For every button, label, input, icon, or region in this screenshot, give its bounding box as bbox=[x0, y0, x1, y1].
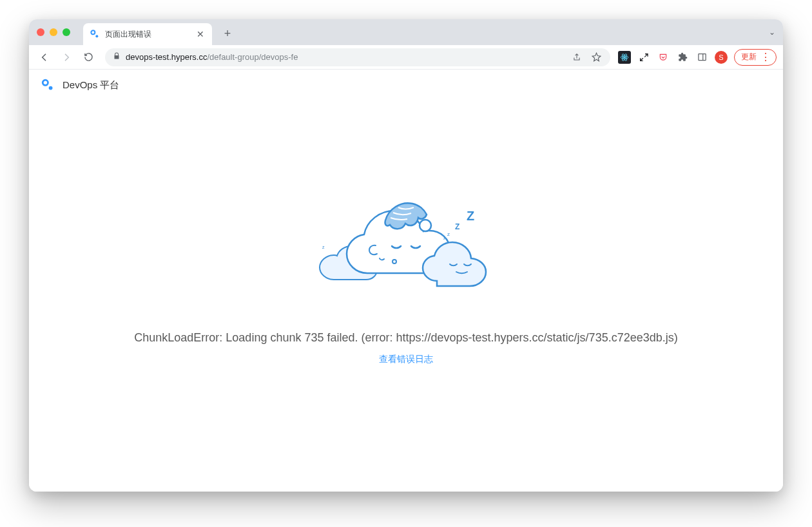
url-text: devops-test.hypers.cc/default-group/devo… bbox=[126, 52, 298, 62]
error-message: ChunkLoadError: Loading chunk 735 failed… bbox=[108, 331, 703, 345]
expand-extension-icon[interactable] bbox=[637, 51, 650, 64]
side-panel-icon[interactable] bbox=[695, 51, 708, 64]
brand-logo-icon bbox=[41, 78, 55, 92]
svg-text:z: z bbox=[322, 245, 325, 249]
browser-toolbar: devops-test.hypers.cc/default-group/devo… bbox=[29, 45, 783, 70]
back-button[interactable] bbox=[35, 48, 53, 66]
update-button[interactable]: 更新 ⋮ bbox=[734, 49, 777, 66]
lock-icon bbox=[113, 52, 121, 62]
pocket-extension-icon[interactable] bbox=[657, 51, 670, 64]
minimize-window-button[interactable] bbox=[50, 28, 57, 36]
browser-tab[interactable]: 页面出现错误 ✕ bbox=[83, 23, 212, 45]
address-bar[interactable]: devops-test.hypers.cc/default-group/devo… bbox=[105, 48, 610, 66]
menu-kebab-icon[interactable]: ⋮ bbox=[760, 51, 771, 63]
tab-strip: 页面出现错误 ✕ + ⌄ bbox=[29, 19, 783, 45]
react-devtools-extension-icon[interactable] bbox=[618, 51, 631, 64]
url-host: devops-test.hypers.cc bbox=[126, 52, 207, 62]
tab-close-button[interactable]: ✕ bbox=[195, 29, 206, 39]
url-path: /default-group/devops-fe bbox=[207, 52, 298, 62]
page-header: DevOps 平台 bbox=[29, 70, 783, 101]
share-icon[interactable] bbox=[570, 51, 583, 64]
svg-point-2 bbox=[624, 56, 625, 57]
forward-button[interactable] bbox=[57, 48, 75, 66]
window-controls bbox=[37, 28, 70, 36]
view-error-log-link[interactable]: 查看错误日志 bbox=[379, 354, 433, 365]
svg-text:z: z bbox=[443, 236, 445, 240]
new-tab-button[interactable]: + bbox=[218, 24, 237, 43]
profile-avatar[interactable]: S bbox=[715, 51, 728, 64]
svg-point-8 bbox=[43, 80, 48, 85]
page-content: DevOps 平台 bbox=[29, 70, 783, 492]
tab-list-dropdown-icon[interactable]: ⌄ bbox=[769, 28, 775, 37]
maximize-window-button[interactable] bbox=[63, 28, 70, 36]
browser-window: 页面出现错误 ✕ + ⌄ devops-test.hypers.cc/defau… bbox=[29, 19, 783, 492]
extensions-puzzle-icon[interactable] bbox=[676, 51, 689, 64]
error-panel: Z Z z z z ChunkLoadError: Loading chunk … bbox=[29, 101, 783, 365]
svg-text:Z: Z bbox=[467, 209, 474, 223]
reload-button[interactable] bbox=[79, 48, 97, 66]
svg-point-1 bbox=[95, 35, 98, 37]
svg-point-9 bbox=[49, 86, 53, 90]
svg-point-0 bbox=[91, 30, 95, 34]
svg-rect-6 bbox=[698, 54, 705, 61]
tab-title: 页面出现错误 bbox=[105, 29, 190, 40]
svg-text:Z: Z bbox=[455, 222, 459, 231]
update-label: 更新 bbox=[741, 52, 757, 62]
close-window-button[interactable] bbox=[37, 28, 44, 36]
svg-text:z: z bbox=[447, 231, 450, 237]
tab-favicon-icon bbox=[90, 29, 100, 39]
avatar-initial: S bbox=[719, 53, 723, 61]
brand-title: DevOps 平台 bbox=[63, 79, 119, 91]
bookmark-star-icon[interactable] bbox=[590, 51, 603, 64]
sleeping-cloud-illustration-icon: Z Z z z z bbox=[316, 197, 496, 300]
svg-point-10 bbox=[420, 220, 431, 231]
toolbar-actions: S 更新 ⋮ bbox=[618, 49, 777, 66]
